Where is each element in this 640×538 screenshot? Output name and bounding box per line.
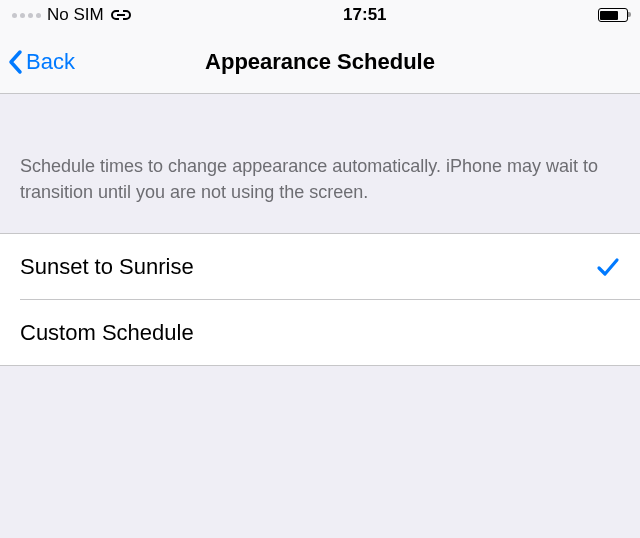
back-label: Back xyxy=(26,49,75,75)
footer-space xyxy=(0,366,640,486)
option-label: Custom Schedule xyxy=(20,320,194,346)
option-custom-schedule[interactable]: Custom Schedule xyxy=(0,300,640,365)
checkmark-icon xyxy=(596,255,620,279)
status-right xyxy=(598,8,628,22)
signal-dots-icon xyxy=(12,13,41,18)
option-label: Sunset to Sunrise xyxy=(20,254,194,280)
hotspot-icon xyxy=(110,8,132,22)
section-description: Schedule times to change appearance auto… xyxy=(0,94,640,233)
battery-icon xyxy=(598,8,628,22)
status-left: No SIM xyxy=(12,5,132,25)
back-button[interactable]: Back xyxy=(8,49,75,75)
options-list: Sunset to Sunrise Custom Schedule xyxy=(0,233,640,366)
status-time: 17:51 xyxy=(343,5,386,25)
chevron-left-icon xyxy=(8,49,24,75)
page-title: Appearance Schedule xyxy=(10,49,630,75)
status-bar: No SIM 17:51 xyxy=(0,0,640,30)
option-sunset-to-sunrise[interactable]: Sunset to Sunrise xyxy=(0,234,640,299)
carrier-text: No SIM xyxy=(47,5,104,25)
nav-bar: Back Appearance Schedule xyxy=(0,30,640,94)
